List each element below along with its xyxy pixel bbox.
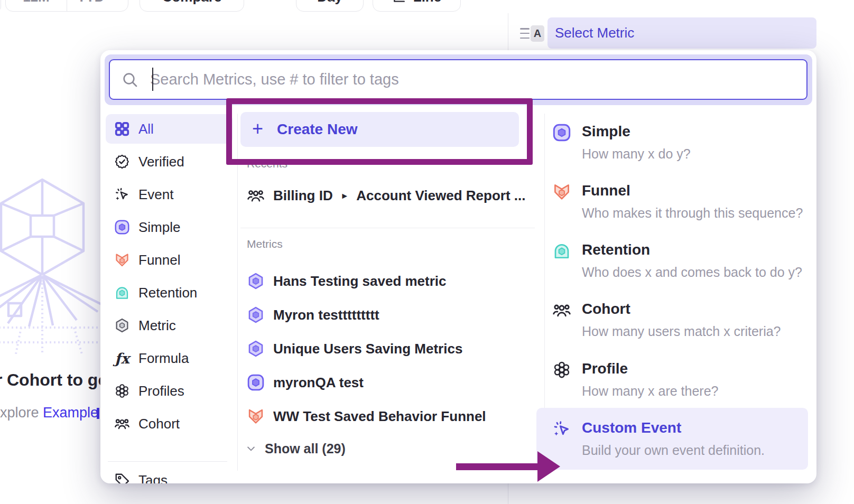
- metric-list-item[interactable]: WW Test Saved Behavior Funnel: [240, 402, 535, 431]
- verified-seal-icon: [114, 154, 130, 170]
- type-item-cohort[interactable]: Cohort How many users match x criteria?: [547, 295, 808, 339]
- sidebar-section-divider: [108, 461, 227, 462]
- filter-item-funnel[interactable]: Funnel: [106, 245, 233, 275]
- simple-metric-icon: [247, 374, 265, 391]
- recents-divider: [240, 228, 535, 228]
- granularity-label: Day: [317, 0, 342, 5]
- toolbar-button-fragment: [0, 0, 1, 12]
- annotation-arrow-head: [537, 451, 560, 482]
- recents-section-label: Recents: [247, 157, 287, 170]
- type-description: How many x do y?: [582, 146, 691, 162]
- range-12m-button[interactable]: 12M: [6, 0, 67, 11]
- grid-icon: [114, 121, 130, 137]
- filter-item-tags[interactable]: Tags: [106, 465, 233, 483]
- range-ytd-label: YTD: [77, 0, 105, 5]
- filter-item-all[interactable]: All: [106, 114, 233, 144]
- recent-primary-label: Billing ID: [273, 188, 333, 204]
- metric-label: WW Test Saved Behavior Funnel: [273, 408, 486, 425]
- cohort-people-icon: [247, 186, 265, 204]
- filter-label: Profiles: [138, 383, 184, 399]
- filter-label: Tags: [138, 472, 168, 484]
- simple-metric-icon: [552, 123, 571, 142]
- filter-label: All: [138, 121, 154, 137]
- select-metric-field[interactable]: Select Metric: [547, 17, 816, 49]
- create-new-label: Create New: [277, 121, 358, 138]
- chart-type-label: Line: [413, 0, 441, 5]
- metric-label: Myron testtttttttt: [273, 307, 379, 323]
- filter-label: Metric: [138, 318, 176, 334]
- cohort-people-icon: [114, 416, 130, 432]
- drag-handle-icon[interactable]: [520, 28, 530, 39]
- type-item-simple[interactable]: Simple How many x do y?: [547, 118, 808, 162]
- custom-event-icon: [552, 419, 571, 438]
- filter-label: Cohort: [138, 416, 180, 432]
- metric-list-item[interactable]: Hans Testing saved metric: [240, 266, 535, 296]
- profiles-cluster-icon: [552, 360, 571, 379]
- metric-label: Unique Users Saving Metrics: [273, 341, 462, 357]
- filter-item-simple[interactable]: Simple: [106, 212, 233, 242]
- type-title: Funnel: [582, 182, 803, 199]
- filter-item-metric[interactable]: Metric: [106, 311, 233, 340]
- type-description: Who makes it through this sequence?: [582, 206, 803, 221]
- funnel-icon: [552, 182, 571, 201]
- saved-metric-hexagon-icon: [247, 340, 265, 358]
- type-item-retention[interactable]: Retention Who does x and comes back to d…: [547, 236, 808, 280]
- filter-label: Verified: [138, 154, 184, 170]
- text-caret: [152, 68, 153, 91]
- type-item-profile[interactable]: Profile How many x are there?: [547, 355, 808, 399]
- wireframe-background-art: [0, 174, 106, 354]
- background-explore-line: xplore Example: [0, 405, 98, 421]
- filter-label: Event: [138, 186, 174, 203]
- type-item-custom-event[interactable]: Custom Event Build your own event defini…: [536, 408, 808, 470]
- metric-label: myronQA test: [273, 375, 364, 391]
- chevron-down-icon: [246, 443, 256, 454]
- background-heading: Cohort to ge: [7, 370, 107, 390]
- line-chart-icon: [392, 0, 406, 4]
- recent-item-billing-id[interactable]: Billing ID ▸ Account Viewed Report ...: [240, 181, 535, 210]
- sidebar-divider: [237, 114, 238, 471]
- retention-icon: [552, 241, 571, 260]
- metric-label: Hans Testing saved metric: [273, 273, 447, 290]
- search-input[interactable]: [150, 71, 806, 88]
- saved-metric-hexagon-icon: [247, 272, 265, 290]
- search-box[interactable]: [109, 59, 807, 100]
- explore-prefix: xplore: [0, 405, 43, 421]
- example-link[interactable]: Example: [43, 405, 98, 421]
- filter-label: Simple: [138, 219, 180, 236]
- type-title: Cohort: [582, 301, 781, 318]
- filter-item-event[interactable]: Event: [106, 180, 233, 209]
- filter-item-verified[interactable]: Verified: [106, 147, 233, 176]
- chart-type-line-button[interactable]: Line: [373, 0, 461, 12]
- series-a-badge: A: [531, 25, 544, 42]
- filter-item-retention[interactable]: Retention: [106, 278, 233, 307]
- type-item-funnel[interactable]: Funnel Who makes it through this sequenc…: [547, 177, 808, 221]
- granularity-day-button[interactable]: Day: [296, 0, 364, 12]
- date-range-control[interactable]: 12M YTD: [5, 0, 128, 12]
- filter-item-formula[interactable]: ƒx Formula: [106, 343, 233, 373]
- search-icon: [122, 71, 138, 88]
- filter-item-profiles[interactable]: Profiles: [106, 376, 233, 406]
- type-title: Custom Event: [582, 419, 765, 436]
- type-description: Who does x and comes back to do y?: [582, 265, 802, 280]
- metric-list-item[interactable]: Unique Users Saving Metrics: [240, 334, 535, 363]
- metrics-section-label: Metrics: [247, 238, 283, 250]
- metric-list-item[interactable]: myronQA test: [240, 368, 535, 397]
- compare-button[interactable]: Compare: [140, 0, 244, 12]
- metric-list-item[interactable]: Myron testtttttttt: [240, 300, 535, 330]
- type-description: How many users match x criteria?: [582, 324, 781, 339]
- filter-item-cohort[interactable]: Cohort: [106, 409, 233, 438]
- range-ytd-button[interactable]: YTD: [67, 0, 128, 11]
- retention-icon: [114, 285, 130, 301]
- show-all-label: Show all (29): [265, 441, 346, 456]
- type-description: How many x are there?: [582, 384, 718, 399]
- saved-metric-hexagon-icon: [247, 306, 265, 324]
- plus-icon: +: [252, 119, 263, 138]
- range-12m-label: 12M: [23, 0, 50, 5]
- show-all-button[interactable]: Show all (29): [240, 435, 452, 462]
- type-title: Profile: [582, 360, 718, 377]
- cohort-people-icon: [552, 301, 571, 320]
- create-new-button[interactable]: + Create New: [240, 112, 519, 147]
- filter-label: Retention: [138, 285, 197, 301]
- tag-icon: [114, 472, 130, 483]
- funnel-icon: [114, 252, 130, 268]
